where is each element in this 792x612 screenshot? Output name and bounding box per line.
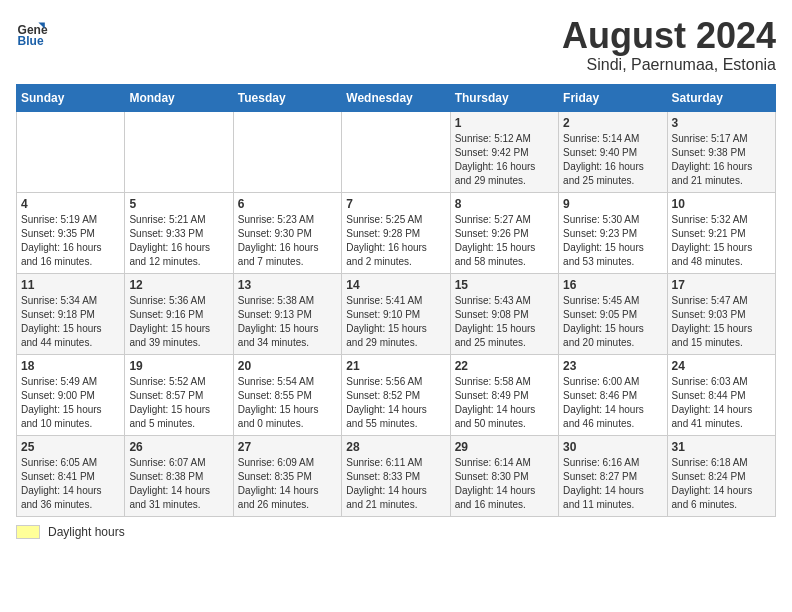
day-info: Sunrise: 5:43 AM Sunset: 9:08 PM Dayligh… — [455, 294, 554, 350]
day-info: Sunrise: 5:45 AM Sunset: 9:05 PM Dayligh… — [563, 294, 662, 350]
day-number: 20 — [238, 359, 337, 373]
day-info: Sunrise: 5:56 AM Sunset: 8:52 PM Dayligh… — [346, 375, 445, 431]
day-info: Sunrise: 6:07 AM Sunset: 8:38 PM Dayligh… — [129, 456, 228, 512]
day-number: 14 — [346, 278, 445, 292]
day-info: Sunrise: 5:47 AM Sunset: 9:03 PM Dayligh… — [672, 294, 771, 350]
day-number: 3 — [672, 116, 771, 130]
day-number: 21 — [346, 359, 445, 373]
day-info: Sunrise: 5:49 AM Sunset: 9:00 PM Dayligh… — [21, 375, 120, 431]
day-info: Sunrise: 5:52 AM Sunset: 8:57 PM Dayligh… — [129, 375, 228, 431]
day-info: Sunrise: 5:58 AM Sunset: 8:49 PM Dayligh… — [455, 375, 554, 431]
day-number: 28 — [346, 440, 445, 454]
legend-label: Daylight hours — [48, 525, 125, 539]
calendar-week-row: 18Sunrise: 5:49 AM Sunset: 9:00 PM Dayli… — [17, 354, 776, 435]
day-info: Sunrise: 6:09 AM Sunset: 8:35 PM Dayligh… — [238, 456, 337, 512]
day-info: Sunrise: 5:12 AM Sunset: 9:42 PM Dayligh… — [455, 132, 554, 188]
legend-box — [16, 525, 40, 539]
day-info: Sunrise: 6:14 AM Sunset: 8:30 PM Dayligh… — [455, 456, 554, 512]
calendar-cell: 9Sunrise: 5:30 AM Sunset: 9:23 PM Daylig… — [559, 192, 667, 273]
day-number: 27 — [238, 440, 337, 454]
day-info: Sunrise: 5:54 AM Sunset: 8:55 PM Dayligh… — [238, 375, 337, 431]
day-number: 5 — [129, 197, 228, 211]
calendar-cell: 6Sunrise: 5:23 AM Sunset: 9:30 PM Daylig… — [233, 192, 341, 273]
day-number: 4 — [21, 197, 120, 211]
day-number: 17 — [672, 278, 771, 292]
page-title: August 2024 — [562, 16, 776, 56]
calendar-cell: 16Sunrise: 5:45 AM Sunset: 9:05 PM Dayli… — [559, 273, 667, 354]
calendar-cell: 29Sunrise: 6:14 AM Sunset: 8:30 PM Dayli… — [450, 435, 558, 516]
day-number: 23 — [563, 359, 662, 373]
legend: Daylight hours — [16, 525, 776, 539]
day-number: 18 — [21, 359, 120, 373]
day-info: Sunrise: 5:27 AM Sunset: 9:26 PM Dayligh… — [455, 213, 554, 269]
day-info: Sunrise: 5:30 AM Sunset: 9:23 PM Dayligh… — [563, 213, 662, 269]
calendar-cell: 19Sunrise: 5:52 AM Sunset: 8:57 PM Dayli… — [125, 354, 233, 435]
day-number: 13 — [238, 278, 337, 292]
calendar-cell: 26Sunrise: 6:07 AM Sunset: 8:38 PM Dayli… — [125, 435, 233, 516]
day-number: 9 — [563, 197, 662, 211]
day-info: Sunrise: 6:00 AM Sunset: 8:46 PM Dayligh… — [563, 375, 662, 431]
calendar-cell: 21Sunrise: 5:56 AM Sunset: 8:52 PM Dayli… — [342, 354, 450, 435]
calendar-cell: 1Sunrise: 5:12 AM Sunset: 9:42 PM Daylig… — [450, 111, 558, 192]
calendar-cell: 10Sunrise: 5:32 AM Sunset: 9:21 PM Dayli… — [667, 192, 775, 273]
calendar-cell: 12Sunrise: 5:36 AM Sunset: 9:16 PM Dayli… — [125, 273, 233, 354]
day-number: 31 — [672, 440, 771, 454]
calendar-cell: 23Sunrise: 6:00 AM Sunset: 8:46 PM Dayli… — [559, 354, 667, 435]
day-number: 22 — [455, 359, 554, 373]
calendar-day-header: Friday — [559, 84, 667, 111]
day-info: Sunrise: 5:23 AM Sunset: 9:30 PM Dayligh… — [238, 213, 337, 269]
calendar-header-row: SundayMondayTuesdayWednesdayThursdayFrid… — [17, 84, 776, 111]
calendar-week-row: 1Sunrise: 5:12 AM Sunset: 9:42 PM Daylig… — [17, 111, 776, 192]
day-number: 19 — [129, 359, 228, 373]
calendar-cell: 17Sunrise: 5:47 AM Sunset: 9:03 PM Dayli… — [667, 273, 775, 354]
page-subtitle: Sindi, Paernumaa, Estonia — [562, 56, 776, 74]
calendar-cell: 11Sunrise: 5:34 AM Sunset: 9:18 PM Dayli… — [17, 273, 125, 354]
day-number: 12 — [129, 278, 228, 292]
calendar-cell: 2Sunrise: 5:14 AM Sunset: 9:40 PM Daylig… — [559, 111, 667, 192]
day-info: Sunrise: 5:21 AM Sunset: 9:33 PM Dayligh… — [129, 213, 228, 269]
svg-text:Blue: Blue — [18, 34, 44, 48]
calendar-cell — [125, 111, 233, 192]
day-info: Sunrise: 5:14 AM Sunset: 9:40 PM Dayligh… — [563, 132, 662, 188]
calendar-cell: 25Sunrise: 6:05 AM Sunset: 8:41 PM Dayli… — [17, 435, 125, 516]
day-number: 7 — [346, 197, 445, 211]
day-number: 2 — [563, 116, 662, 130]
day-number: 15 — [455, 278, 554, 292]
calendar-cell: 24Sunrise: 6:03 AM Sunset: 8:44 PM Dayli… — [667, 354, 775, 435]
calendar-cell: 18Sunrise: 5:49 AM Sunset: 9:00 PM Dayli… — [17, 354, 125, 435]
day-number: 25 — [21, 440, 120, 454]
calendar-day-header: Sunday — [17, 84, 125, 111]
calendar-day-header: Tuesday — [233, 84, 341, 111]
logo: General Blue — [16, 16, 48, 48]
day-number: 16 — [563, 278, 662, 292]
calendar-day-header: Wednesday — [342, 84, 450, 111]
calendar-day-header: Monday — [125, 84, 233, 111]
calendar-cell: 5Sunrise: 5:21 AM Sunset: 9:33 PM Daylig… — [125, 192, 233, 273]
calendar-cell: 8Sunrise: 5:27 AM Sunset: 9:26 PM Daylig… — [450, 192, 558, 273]
day-info: Sunrise: 5:41 AM Sunset: 9:10 PM Dayligh… — [346, 294, 445, 350]
day-info: Sunrise: 5:25 AM Sunset: 9:28 PM Dayligh… — [346, 213, 445, 269]
day-info: Sunrise: 5:34 AM Sunset: 9:18 PM Dayligh… — [21, 294, 120, 350]
calendar-week-row: 4Sunrise: 5:19 AM Sunset: 9:35 PM Daylig… — [17, 192, 776, 273]
day-info: Sunrise: 6:18 AM Sunset: 8:24 PM Dayligh… — [672, 456, 771, 512]
page-header: General Blue August 2024 Sindi, Paernuma… — [16, 16, 776, 74]
day-number: 8 — [455, 197, 554, 211]
calendar-cell: 31Sunrise: 6:18 AM Sunset: 8:24 PM Dayli… — [667, 435, 775, 516]
calendar-cell: 30Sunrise: 6:16 AM Sunset: 8:27 PM Dayli… — [559, 435, 667, 516]
calendar-cell: 28Sunrise: 6:11 AM Sunset: 8:33 PM Dayli… — [342, 435, 450, 516]
calendar-cell — [342, 111, 450, 192]
day-info: Sunrise: 6:11 AM Sunset: 8:33 PM Dayligh… — [346, 456, 445, 512]
calendar-cell: 22Sunrise: 5:58 AM Sunset: 8:49 PM Dayli… — [450, 354, 558, 435]
day-number: 24 — [672, 359, 771, 373]
day-info: Sunrise: 5:32 AM Sunset: 9:21 PM Dayligh… — [672, 213, 771, 269]
day-number: 29 — [455, 440, 554, 454]
calendar-cell: 13Sunrise: 5:38 AM Sunset: 9:13 PM Dayli… — [233, 273, 341, 354]
calendar-cell: 4Sunrise: 5:19 AM Sunset: 9:35 PM Daylig… — [17, 192, 125, 273]
day-info: Sunrise: 6:05 AM Sunset: 8:41 PM Dayligh… — [21, 456, 120, 512]
day-info: Sunrise: 5:17 AM Sunset: 9:38 PM Dayligh… — [672, 132, 771, 188]
calendar-week-row: 25Sunrise: 6:05 AM Sunset: 8:41 PM Dayli… — [17, 435, 776, 516]
calendar-cell: 7Sunrise: 5:25 AM Sunset: 9:28 PM Daylig… — [342, 192, 450, 273]
day-number: 6 — [238, 197, 337, 211]
calendar-cell — [233, 111, 341, 192]
calendar-cell: 20Sunrise: 5:54 AM Sunset: 8:55 PM Dayli… — [233, 354, 341, 435]
